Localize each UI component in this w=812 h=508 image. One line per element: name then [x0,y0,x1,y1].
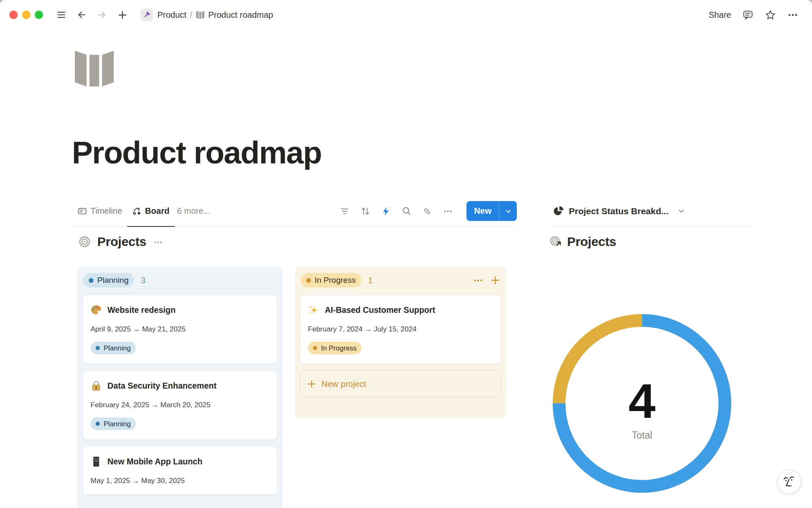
target-icon [79,236,91,248]
tab-timeline-label: Timeline [91,206,122,216]
more-icon[interactable] [787,9,798,21]
tab-timeline[interactable]: Timeline [73,196,127,227]
new-button[interactable]: New [466,201,517,221]
ai-assistant-button[interactable] [777,470,801,494]
column-planning: Planning 3 Website redesign April 9, 202… [77,267,283,508]
breadcrumb-page[interactable]: Product roadmap [208,10,273,19]
column-name: Planning [97,276,129,285]
view-toolbar: New [340,201,517,221]
card-data-security[interactable]: Data Security Enhancement February 24, 2… [82,370,277,440]
card-mobile-app[interactable]: New Mobile App Launch May 1, 2025 → May … [82,446,277,495]
view-more-icon[interactable] [443,206,453,216]
bolt-icon[interactable] [381,207,391,216]
page-icon-map[interactable] [73,49,115,88]
card-status-tag: In Progress [308,342,362,354]
status-dot [96,346,100,350]
plus-icon [307,379,316,389]
status-dot [313,346,317,350]
hammer-icon [140,8,153,21]
board-view-icon [132,207,141,215]
breadcrumb-team[interactable]: Product [157,10,187,19]
ai-face-icon [783,475,796,489]
column-count: 3 [141,276,145,285]
column-in-progress: In Progress 1 AI-Based Cus [295,267,506,418]
topbar: Product/Product roadmap Share [0,0,812,30]
card-title: Website redesign [107,305,176,315]
new-button-dropdown[interactable] [499,201,517,221]
close-window-button[interactable] [9,11,18,19]
card-date-range: February 7, 2024 → July 15, 2024 [308,325,493,334]
map-icon [196,11,205,19]
page-title: Product roadmap [72,135,321,171]
share-button[interactable]: Share [709,10,731,20]
sort-icon[interactable] [360,206,370,216]
card-date-range: May 1, 2025 → May 30, 2025 [91,477,269,485]
board-section-more-icon[interactable] [153,237,163,247]
app-window: Product/Product roadmap Share Product ro… [0,0,812,508]
column-more-icon[interactable] [473,275,483,286]
column-add-icon[interactable] [490,275,500,285]
new-button-label[interactable]: New [466,201,499,221]
minimize-window-button[interactable] [22,11,30,19]
zoom-window-button[interactable] [35,11,43,19]
card-date-range: April 9, 2025 → May 21, 2025 [91,325,269,334]
column-name: In Progress [315,276,356,285]
new-project-label: New project [321,379,366,389]
card-status-tag: Planning [91,342,136,354]
status-badge-in-progress[interactable]: In Progress [301,273,361,287]
board-section-title: Projects [97,235,146,249]
donut-chart-svg [552,314,732,493]
status-badge-planning[interactable]: Planning [83,273,134,287]
mobile-phone-icon [91,456,102,467]
chevron-down-icon [677,207,686,215]
new-tab-icon[interactable] [115,8,129,22]
tab-board[interactable]: Board [127,196,175,227]
lock-icon [91,380,102,392]
donut-chart: 4 Total [552,314,732,493]
card-ai-support[interactable]: AI-Based Customer Support February 7, 20… [300,295,501,364]
linked-target-icon [550,236,562,248]
palette-icon [91,304,102,316]
new-project-button[interactable]: New project [300,370,501,398]
filter-icon[interactable] [340,207,349,216]
chart-section-header: Projects [550,235,616,249]
card-title: New Mobile App Launch [107,457,203,467]
view-bar: Timeline Board 6 more... [73,196,517,227]
status-dot [306,278,311,283]
board-section-header: Projects [79,235,163,249]
column-in-progress-header: In Progress 1 [301,273,500,288]
column-count: 1 [368,276,373,285]
search-icon[interactable] [402,206,411,216]
status-dot [89,278,93,283]
expand-icon[interactable] [422,207,432,216]
chart-section-title: Projects [567,235,616,249]
back-icon[interactable] [74,8,89,22]
star-icon[interactable] [765,9,776,21]
more-views-link[interactable]: 6 more... [177,206,211,216]
timeline-view-icon [78,207,87,215]
column-planning-header: Planning 3 [83,273,277,288]
hamburger-icon[interactable] [54,8,69,22]
forward-icon[interactable] [95,8,109,22]
breadcrumb: Product/Product roadmap [157,10,273,20]
traffic-lights [9,11,43,19]
topbar-actions: Share [709,9,798,21]
pie-chart-icon [553,206,564,216]
tab-board-label: Board [145,206,170,216]
chart-selector-label: Project Status Breakd... [569,206,669,216]
board: Planning 3 Website redesign April 9, 202… [77,267,506,508]
sparkles-icon [308,304,319,316]
breadcrumb-separator: / [190,10,192,19]
card-status-tag: Planning [91,417,136,430]
card-title: AI-Based Customer Support [325,305,435,315]
card-date-range: February 24, 2025 → March 20, 2025 [91,401,269,409]
chart-selector-bar[interactable]: Project Status Breakd... [553,196,754,227]
comment-icon[interactable] [742,9,754,21]
status-dot [96,422,100,426]
card-website-redesign[interactable]: Website redesign April 9, 2025 → May 21,… [82,295,277,364]
card-title: Data Security Enhancement [107,381,217,391]
